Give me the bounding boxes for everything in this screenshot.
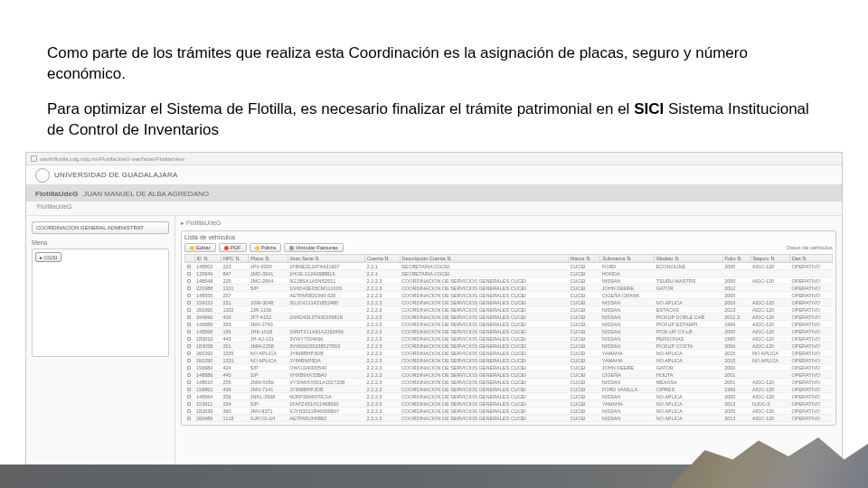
col-header[interactable]: Folio ⇅ <box>722 255 750 263</box>
row-checkbox[interactable] <box>187 359 191 362</box>
table-cell: 1118 <box>221 415 248 422</box>
table-row[interactable]: 148510255JMM-5056VYS4WXX501A10272082.2.2… <box>185 379 833 386</box>
table-cell: CUCEI <box>568 314 599 321</box>
row-checkbox[interactable] <box>187 308 191 312</box>
table-cell: AETFM5JH0882 <box>288 415 364 422</box>
col-header[interactable]: Marca ⇅ <box>568 255 599 263</box>
table-cell: CUCEI <box>568 263 599 270</box>
address-bar[interactable]: sauth/flotilla.udg.udg.mx/FlotillaUdeG-w… <box>26 153 842 165</box>
table-cell: COORDINACION DE SERVICIOS GENERALES CUCE… <box>400 314 568 321</box>
table-cell: COORDINACION DE SERVICIOS GENERALES CUCE… <box>400 277 568 285</box>
row-checkbox[interactable] <box>187 395 191 399</box>
table-row[interactable]: 2219881101S/P1NXD43E03CM1110032.2.2.3COO… <box>185 285 833 292</box>
table-cell <box>249 292 288 299</box>
table-row[interactable]: 159222221JGM-30483GJC41114218524802.2.2.… <box>185 299 833 306</box>
row-checkbox[interactable] <box>187 352 191 355</box>
table-row[interactable]: 148568199JHK-10181NMTX11A81A22624562.2.2… <box>185 328 833 335</box>
table-row[interactable]: 148886445S/PVHXB9XK538A02.2.2.3COORDINAC… <box>185 371 833 379</box>
editar-button[interactable]: Editar <box>184 243 216 252</box>
table-cell: 257 <box>221 292 248 299</box>
table-cell: OPERATIVO <box>789 292 832 299</box>
table-row[interactable]: 344696420JFT-41521NXD43137N302568182.2.2… <box>185 314 833 321</box>
table-row[interactable]: 2602921335NO APLICAJY848BHP3DB2.2.2.3COO… <box>185 350 833 357</box>
row-checkbox[interactable] <box>187 409 191 413</box>
table-cell: OPERATIVO <box>789 306 832 314</box>
table-cell: OPERATIVO <box>789 357 832 364</box>
col-header[interactable] <box>185 255 195 263</box>
col-header[interactable]: Placa ⇅ <box>249 255 288 263</box>
table-cell: PICKUP ESTAMPI <box>655 321 722 328</box>
table-cell: 2.2.2.3 <box>365 328 400 335</box>
table-cell <box>185 343 195 350</box>
table-cell: CUCEI <box>568 306 599 314</box>
col-header[interactable]: Submarca ⇅ <box>600 255 655 263</box>
table-cell: 1335 <box>221 350 248 357</box>
row-checkbox[interactable] <box>187 279 191 283</box>
row-checkbox[interactable] <box>187 272 191 276</box>
row-checkbox[interactable] <box>187 373 191 377</box>
row-checkbox[interactable] <box>187 330 191 333</box>
table-cell: 183016 <box>194 335 221 343</box>
col-header[interactable]: Des ⇅ <box>789 255 832 263</box>
org-dropdown[interactable]: COORDINACION GENERAL ADMINISTRAT <box>32 221 169 234</box>
table-cell: FORD <box>600 263 655 270</box>
col-header[interactable]: Seguro ⇅ <box>750 255 789 263</box>
table-row[interactable]: 2604891118GJFCG-1HAETFM5JH08822.2.2.3COO… <box>185 415 833 422</box>
table-cell: 2000 <box>722 364 750 371</box>
table-cell: COORDINACION DE SERVICIOS GENERALES CUCE… <box>400 371 568 379</box>
row-checkbox[interactable] <box>187 323 191 326</box>
row-checkbox[interactable] <box>187 301 191 305</box>
table-row[interactable]: 135849847JMD-35411HCE-112418888162.2.1SE… <box>185 270 833 277</box>
table-row[interactable]: 183039360JMV-8371VJYN3011R400008072.2.2.… <box>185 408 833 415</box>
table-row[interactable]: 2602901331NO APLICAJY84BNP3DA2.2.2.3COOR… <box>185 357 833 364</box>
col-header[interactable]: NPC ⇅ <box>221 255 248 263</box>
table-cell: COORDINACION DE SERVICIOS GENERALES CUCE… <box>400 343 568 350</box>
vincular-button[interactable]: Vincular Facturas <box>284 243 344 252</box>
row-checkbox[interactable] <box>187 417 191 420</box>
table-row[interactable]: 153811224S/P1FATZA51H114980202.2.3.3COOR… <box>185 400 833 408</box>
user-bar: FlotillaUdeG JUAN MANUEL DE ALBA AGREDAN… <box>26 185 842 202</box>
page-nav-label: ▸ FlotillaUdeG <box>181 220 836 227</box>
table-cell <box>185 328 195 335</box>
table-row[interactable]: 145889293JMX-2743 2.2.2.3COORDINACION DE… <box>185 321 833 328</box>
table-row[interactable]: 148548225JMC-29543G1BSA1A5NS25112.2.2.3C… <box>185 277 833 285</box>
row-checkbox[interactable] <box>187 388 191 391</box>
table-row[interactable]: 148555257AETFM5831090-5202.2.2.3COORDINA… <box>185 292 833 299</box>
table-cell: 424 <box>221 364 248 371</box>
col-header[interactable]: Descripción Cuenta ⇅ <box>400 255 568 263</box>
row-checkbox[interactable] <box>187 265 191 268</box>
col-header[interactable]: Modelo ⇅ <box>655 255 722 263</box>
table-row[interactable]: 2603951332JJR-1156 2.2.2.3COORDINACION D… <box>185 306 833 314</box>
row-checkbox[interactable] <box>187 402 191 406</box>
col-header[interactable]: ID ⇅ <box>194 255 221 263</box>
table-cell: COORDINACION DE SERVICIOS GENERALES CUCE… <box>400 415 568 422</box>
table-row[interactable]: 148564256JNKL-3568MJFP3694970C1A2.2.2.3C… <box>185 393 833 400</box>
table-cell: NO APLICA <box>655 408 722 415</box>
table-cell: COORDINACION DE SERVICIOS GENERALES CUCE… <box>400 393 568 400</box>
col-header[interactable]: Cuenta ⇅ <box>365 255 400 263</box>
poliza-button[interactable]: Póliza <box>250 243 281 252</box>
table-cell <box>185 400 195 408</box>
row-checkbox[interactable] <box>187 315 191 319</box>
table-cell: AIDC-120 <box>750 335 789 343</box>
table-row[interactable]: 148502223JPV-32901FBNE3124T4A319072.2.1S… <box>185 263 833 270</box>
table-cell: HONDA <box>600 270 655 277</box>
row-checkbox[interactable] <box>187 294 191 297</box>
table-row[interactable]: 183058251JMM-22583VWD61552385278332.2.2.… <box>185 343 833 350</box>
row-checkbox[interactable] <box>187 286 191 290</box>
col-header[interactable]: Num Serie ⇅ <box>288 255 364 263</box>
tree-root-node[interactable]: ▸ CGSI <box>35 252 61 262</box>
row-checkbox[interactable] <box>187 380 191 384</box>
table-cell: VHXB9XK538A0 <box>288 371 364 379</box>
row-checkbox[interactable] <box>187 366 191 370</box>
table-cell: 260489 <box>194 415 221 422</box>
table-cell: NO APLICA <box>750 357 789 364</box>
table-row[interactable]: 156984424S/POWOJ240005402.2.2.3COORDINAC… <box>185 364 833 371</box>
pdf-button[interactable]: PDF <box>219 243 247 252</box>
table-row[interactable]: 158862439JMN-7141JY848BHPJDB2.2.2.3COORD… <box>185 386 833 393</box>
row-checkbox[interactable] <box>187 344 191 348</box>
table-row[interactable]: 183016443JH-AJ-1313VWY73240662.2.2.3COOR… <box>185 335 833 343</box>
table-cell: AIDC-120 <box>750 321 789 328</box>
table-cell: NO APLICA <box>655 393 722 400</box>
row-checkbox[interactable] <box>187 337 191 341</box>
